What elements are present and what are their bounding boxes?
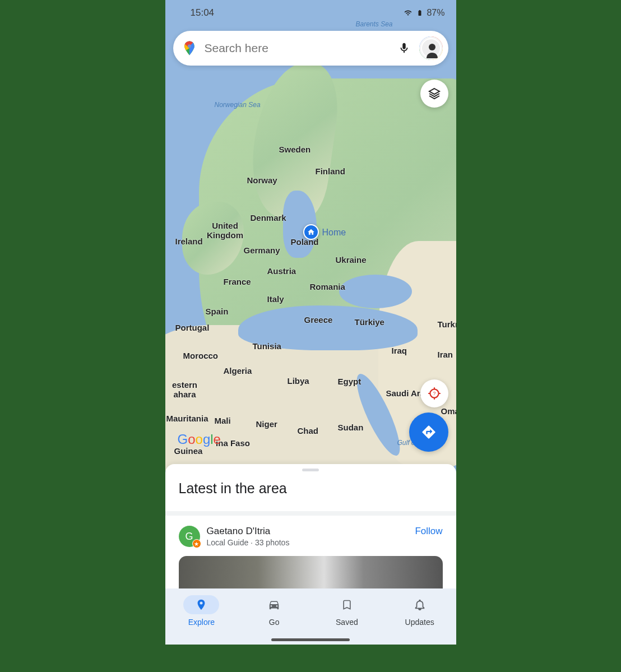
country-label: Iraq	[392, 346, 407, 355]
post-author-subtitle: Local Guide · 33 photos	[207, 538, 290, 547]
country-label: Romania	[310, 282, 345, 291]
bottom-nav: Explore Go Saved Updates	[165, 588, 456, 645]
home-pin[interactable]	[303, 224, 319, 240]
country-label: Turkm	[438, 319, 456, 329]
country-label: Oma	[441, 406, 456, 416]
country-label: Mali	[215, 416, 231, 425]
status-time: 15:04	[191, 7, 215, 18]
country-label: Finland	[316, 166, 345, 176]
country-label: Denmark	[251, 213, 286, 223]
battery-text: 87%	[427, 8, 444, 18]
country-label: Sudan	[338, 423, 364, 432]
map-layers-button[interactable]	[420, 80, 448, 108]
google-attribution: Google	[178, 432, 221, 447]
country-label: Niger	[256, 419, 277, 429]
country-label: Iran	[438, 350, 453, 359]
bottom-sheet[interactable]: Latest in the area G ★ Gaetano D'Itria L…	[165, 464, 456, 600]
home-label: Home	[322, 228, 346, 238]
country-label: United Kingdom	[206, 221, 245, 240]
phone-screen: Barents SeaNorwegian SeaGulf of Aden Swe…	[165, 0, 456, 645]
country-label: Türkiye	[355, 317, 384, 327]
country-label: Sweden	[279, 145, 311, 154]
account-avatar[interactable]	[419, 36, 443, 60]
country-label: estern ahara	[165, 380, 205, 399]
country-label: Italy	[267, 294, 284, 304]
country-label: Chad	[298, 426, 319, 435]
search-bar[interactable]	[173, 31, 448, 66]
pin-icon	[195, 599, 207, 611]
svg-point-0	[187, 44, 191, 48]
sea-label: Norwegian Sea	[215, 101, 261, 109]
post-avatar[interactable]: G ★	[179, 526, 200, 547]
bell-icon	[414, 599, 426, 611]
sheet-title: Latest in the area	[165, 476, 456, 511]
country-label: Austria	[267, 266, 296, 276]
wifi-icon	[403, 9, 413, 17]
feed-post[interactable]: G ★ Gaetano D'Itria Local Guide · 33 pho…	[165, 516, 456, 600]
country-label: Norway	[247, 175, 277, 185]
country-label: Portugal	[175, 323, 210, 332]
sheet-drag-handle[interactable]	[302, 469, 319, 471]
directions-button[interactable]	[409, 413, 448, 452]
gesture-bar	[271, 638, 350, 641]
country-label: Mauritania	[166, 414, 208, 423]
voice-search-icon[interactable]	[398, 42, 410, 54]
local-guide-badge-icon: ★	[192, 539, 201, 548]
bookmark-icon	[341, 599, 353, 611]
nav-saved[interactable]: Saved	[310, 588, 383, 645]
nav-go[interactable]: Go	[238, 588, 310, 645]
follow-button[interactable]: Follow	[415, 526, 442, 537]
country-label: Greece	[304, 315, 333, 325]
search-input[interactable]	[198, 41, 398, 55]
country-label: Ireland	[175, 237, 203, 246]
battery-icon	[416, 8, 423, 18]
my-location-button[interactable]: ?	[420, 379, 448, 407]
country-label: Algeria	[224, 366, 252, 376]
nav-updates[interactable]: Updates	[383, 588, 456, 645]
country-label: Tunisia	[253, 341, 281, 351]
maps-logo-icon	[181, 40, 198, 57]
car-icon	[267, 599, 281, 611]
country-label: Guinea	[174, 446, 203, 456]
country-label: Egypt	[338, 377, 362, 386]
country-label: Germany	[244, 245, 280, 255]
status-bar: 15:04 87%	[165, 0, 456, 25]
country-label: Morocco	[183, 351, 219, 360]
country-label: Libya	[288, 376, 309, 386]
svg-text:?: ?	[433, 391, 435, 396]
country-label: Spain	[206, 307, 229, 316]
post-author-name: Gaetano D'Itria	[207, 526, 290, 537]
country-label: Ukraine	[336, 255, 367, 265]
nav-explore[interactable]: Explore	[165, 588, 238, 645]
svg-point-1	[429, 44, 435, 50]
country-label: France	[224, 277, 251, 286]
